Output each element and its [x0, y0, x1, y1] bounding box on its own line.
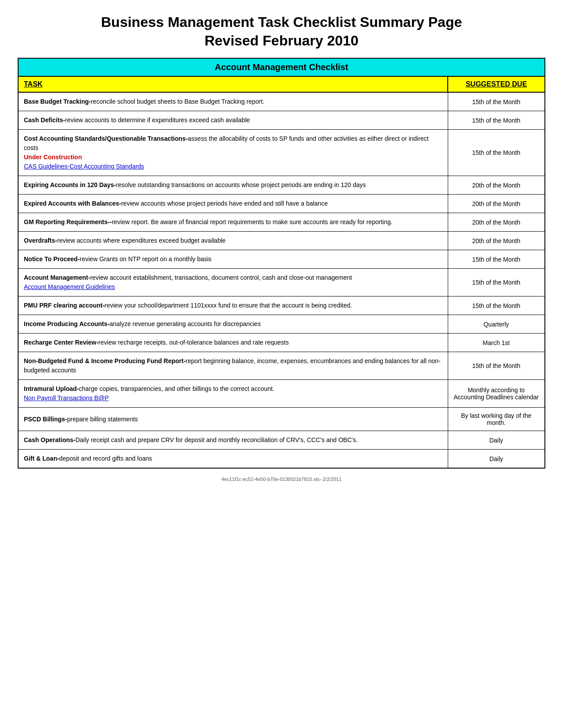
- due-cell: 20th of the Month: [448, 232, 545, 250]
- task-cell: PSCD Billings-prepare billing statements: [18, 408, 448, 431]
- task-cell: Recharge Center Review-review recharge r…: [18, 334, 448, 352]
- task-normal-text: review Grants on NTP report on a monthly…: [80, 255, 212, 263]
- footer-text: 4ec11f1c-ec52-4e50-b70e-0130021b7815.xls…: [221, 477, 341, 482]
- task-cell: Cash Deficits-review accounts to determi…: [18, 111, 448, 130]
- task-cell: Base Budget Tracking-reconcile school bu…: [18, 92, 448, 111]
- due-cell: 15th of the Month: [448, 111, 545, 130]
- task-bold-text: Base Budget Tracking-: [24, 98, 91, 105]
- task-normal-text: review accounts whose project periods ha…: [121, 200, 328, 207]
- task-normal-text: review account establishment, transactio…: [90, 274, 352, 281]
- due-text: 15th of the Month: [472, 98, 520, 105]
- task-bold-text: PSCD Billings-: [24, 416, 67, 423]
- due-text: March 1st: [483, 339, 510, 346]
- task-bold-text: Cash Deficits-: [24, 116, 65, 124]
- task-bold-text: Expiring Accounts in 120 Days-: [24, 181, 116, 188]
- task-normal-text: review your school/department 1101xxxx f…: [105, 302, 352, 309]
- footer: 4ec11f1c-ec52-4e50-b70e-0130021b7815.xls…: [18, 477, 545, 482]
- task-cell: GM Reporting Requirements--review report…: [18, 213, 448, 232]
- task-cell: Overdrafts-review accounts where expendi…: [18, 232, 448, 250]
- due-cell: Daily: [448, 450, 545, 469]
- table-row: Account Management-review account establ…: [18, 269, 545, 296]
- task-blue-link[interactable]: CAS Guidelines-Cost Accounting Standards: [24, 163, 144, 170]
- table-row: Overdrafts-review accounts where expendi…: [18, 232, 545, 250]
- task-normal-text: reconcile school budget sheets to Base B…: [91, 98, 264, 105]
- due-cell: 20th of the Month: [448, 213, 545, 232]
- task-cell: Gift & Loan-deposit and record gifts and…: [18, 450, 448, 469]
- task-cell: Account Management-review account establ…: [18, 269, 448, 296]
- table-row: GM Reporting Requirements--review report…: [18, 213, 545, 232]
- due-text: 15th of the Month: [472, 117, 520, 124]
- task-normal-text: review accounts where expenditures excee…: [57, 237, 225, 244]
- task-bold-text: Income Producing Accounts-: [24, 320, 110, 327]
- due-text: Daily: [489, 455, 503, 462]
- task-normal-text: review recharge receipts, out-of-toleran…: [98, 339, 289, 346]
- table-row: PMU PRF clearing account-review your sch…: [18, 296, 545, 315]
- task-cell: Cost Accounting Standards/Questionable T…: [18, 130, 448, 176]
- table-row: Notice To Proceed-review Grants on NTP r…: [18, 250, 545, 269]
- task-bold-text: Intramural Upload-: [24, 385, 79, 392]
- due-cell: 15th of the Month: [448, 92, 545, 111]
- task-normal-text: review report. Be aware of financial rep…: [112, 218, 393, 225]
- due-cell: March 1st: [448, 334, 545, 352]
- table-row: Cash Operations-Daily receipt cash and p…: [18, 431, 545, 450]
- task-bold-text: PMU PRF clearing account-: [24, 302, 105, 309]
- task-normal-text: prepare billing statements: [67, 416, 138, 423]
- due-text: 15th of the Month: [472, 279, 520, 286]
- main-table: Account Management Checklist TASK SUGGES…: [18, 58, 545, 469]
- due-text: Monthly according to: [468, 387, 525, 394]
- table-row: Base Budget Tracking-reconcile school bu…: [18, 92, 545, 111]
- due-cell: 15th of the Month: [448, 130, 545, 176]
- task-normal-text: charge copies, transparencies, and other…: [79, 385, 274, 392]
- task-blue-link[interactable]: Account Management Guidelines: [24, 283, 115, 290]
- task-column-header: TASK: [18, 76, 448, 92]
- due-text: By last working day of the month.: [461, 412, 532, 426]
- due-cell: By last working day of the month.: [448, 408, 545, 431]
- due-text: Quarterly: [484, 321, 509, 328]
- due-text: 20th of the Month: [472, 200, 520, 207]
- task-cell: Expiring Accounts in 120 Days-resolve ou…: [18, 176, 448, 195]
- table-row: PSCD Billings-prepare billing statements…: [18, 408, 545, 431]
- due-text: 20th of the Month: [472, 219, 520, 226]
- task-bold-text: Notice To Proceed-: [24, 255, 80, 263]
- table-row: Non-Budgeted Fund & Income Producing Fun…: [18, 352, 545, 380]
- task-cell: Notice To Proceed-review Grants on NTP r…: [18, 250, 448, 269]
- due-cell: Monthly according toAccounting Deadlines…: [448, 380, 545, 408]
- due-text: 20th of the Month: [472, 182, 520, 189]
- task-bold-text: GM Reporting Requirements--: [24, 218, 112, 225]
- due-cell: Daily: [448, 431, 545, 450]
- due-text: 20th of the Month: [472, 237, 520, 244]
- task-cell: Intramural Upload-charge copies, transpa…: [18, 380, 448, 408]
- task-bold-text: Recharge Center Review-: [24, 339, 98, 346]
- due-column-header: SUGGESTED DUE: [448, 76, 545, 92]
- task-cell: Non-Budgeted Fund & Income Producing Fun…: [18, 352, 448, 380]
- table-row: Recharge Center Review-review recharge r…: [18, 334, 545, 352]
- task-normal-text: review accounts to determine if expendit…: [65, 116, 250, 124]
- task-bold-text: Account Management-: [24, 274, 90, 281]
- page-title: Business Management Task Checklist Summa…: [18, 13, 545, 50]
- task-bold-text: Expired Accounts with Balances-: [24, 200, 121, 207]
- table-row: Expiring Accounts in 120 Days-resolve ou…: [18, 176, 545, 195]
- due-cell: 15th of the Month: [448, 352, 545, 380]
- table-row: Expired Accounts with Balances-review ac…: [18, 195, 545, 213]
- task-bold-text: Gift & Loan-: [24, 455, 59, 462]
- task-cell: PMU PRF clearing account-review your sch…: [18, 296, 448, 315]
- table-row: Cash Deficits-review accounts to determi…: [18, 111, 545, 130]
- task-blue-link[interactable]: Non Payroll Transactions B@P: [24, 394, 109, 402]
- table-row: Gift & Loan-deposit and record gifts and…: [18, 450, 545, 469]
- table-row: Cost Accounting Standards/Questionable T…: [18, 130, 545, 176]
- due-cell: 20th of the Month: [448, 195, 545, 213]
- section-header-row: Account Management Checklist: [18, 58, 545, 76]
- task-red-link[interactable]: Under Construction: [24, 154, 82, 161]
- table-row: Intramural Upload-charge copies, transpa…: [18, 380, 545, 408]
- task-normal-text: deposit and record gifts and loans: [59, 455, 152, 462]
- table-row: Income Producing Accounts-analyze revenu…: [18, 315, 545, 334]
- task-bold-text: Cost Accounting Standards/Questionable T…: [24, 135, 188, 142]
- due-cell: 15th of the Month: [448, 296, 545, 315]
- due-text: 15th of the Month: [472, 302, 520, 309]
- column-header-row: TASK SUGGESTED DUE: [18, 76, 545, 92]
- task-bold-text: Overdrafts-: [24, 237, 57, 244]
- due-cell: Quarterly: [448, 315, 545, 334]
- due-cell: 15th of the Month: [448, 250, 545, 269]
- due-text: 15th of the Month: [472, 256, 520, 263]
- task-cell: Expired Accounts with Balances-review ac…: [18, 195, 448, 213]
